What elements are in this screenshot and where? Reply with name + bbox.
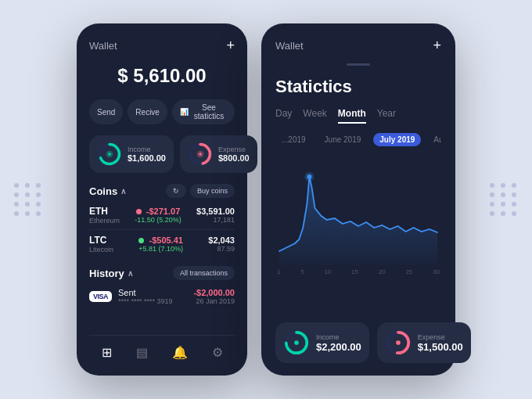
chart-label-5: 5 [300, 268, 304, 275]
history-item-info: Sent **** **** **** 3919 [118, 288, 187, 305]
income-card: Income $1,600.00 [89, 135, 174, 173]
history-item-sub: **** **** **** 3919 [118, 297, 187, 305]
date-pill-august[interactable]: August 2... [427, 133, 441, 146]
ltc-dot-icon [138, 238, 144, 243]
stats-income-ring-icon [283, 329, 310, 356]
svg-point-3 [108, 153, 111, 156]
decorative-dots-right [490, 183, 518, 216]
statistics-chart [275, 157, 441, 267]
ltc-row: LTC Litecoin -$505.41 +5.81 (7.10%) $2,0… [89, 230, 235, 258]
nav-wallet-icon[interactable]: ⊞ [99, 342, 115, 363]
statistics-tabs: Day Week Month Year [275, 108, 441, 124]
action-buttons-row: Send Recive 📊 See statictics [89, 99, 235, 124]
nav-chart-icon[interactable]: ▤ [133, 342, 151, 363]
chart-label-20: 20 [379, 268, 386, 275]
tab-week[interactable]: Week [303, 108, 326, 124]
statistics-button[interactable]: 📊 See statictics [172, 99, 235, 124]
history-item-value: -$2,000.00 [193, 288, 235, 297]
eth-change: -$271.07 -11.50 (5.20%) [135, 207, 182, 224]
history-chevron-icon: ∧ [128, 269, 133, 278]
ltc-name: Litecoin [89, 246, 113, 253]
chart-label-15: 15 [351, 268, 358, 275]
income-info: Income $1,600.00 [128, 146, 166, 163]
stats-expense-ring-icon [385, 329, 412, 356]
nav-settings-icon[interactable]: ⚙ [209, 342, 226, 363]
stats-add-button[interactable]: + [433, 38, 441, 54]
stats-income-label: Income [316, 333, 361, 341]
ltc-value: $2,043 [208, 235, 235, 245]
chart-area: 1 5 10 15 20 25 30 [275, 157, 441, 311]
coins-actions: ↻ Buy coins [166, 184, 235, 198]
expense-info: Expense $800.00 [218, 146, 250, 163]
history-item: VISA Sent **** **** **** 3919 -$2,000.00… [89, 283, 235, 310]
statistics-page-title: Statictics [275, 77, 441, 97]
stats-expense-card: Expense $1,500.00 [377, 322, 471, 363]
receive-button[interactable]: Recive [128, 99, 167, 124]
nav-bell-icon[interactable]: 🔔 [169, 342, 191, 363]
svg-point-7 [199, 153, 202, 156]
receive-label: Recive [135, 108, 160, 117]
stats-expense-info: Expense $1,500.00 [418, 333, 463, 353]
tab-day[interactable]: Day [275, 108, 292, 124]
coins-chevron-icon: ∧ [120, 187, 126, 196]
eth-change-main: -$271.07 [136, 207, 181, 216]
decorative-dots-left [14, 183, 42, 216]
eth-symbol: ETH [89, 206, 120, 217]
chart-label-30: 30 [433, 268, 440, 275]
expense-value: $800.00 [218, 153, 250, 163]
expense-card: Expense $800.00 [180, 135, 257, 173]
stats-expense-value: $1,500.00 [418, 341, 463, 353]
date-pill-prev2019[interactable]: ...2019 [275, 133, 312, 146]
date-pills-row: ...2019 June 2019 July 2019 August 2... [275, 133, 441, 146]
eth-dot-icon [136, 209, 142, 214]
eth-left: ETH Ethereum [89, 206, 120, 225]
date-pill-june[interactable]: June 2019 [318, 133, 368, 146]
history-item-amount: -$2,000.00 26 Jan 2019 [193, 288, 235, 305]
date-pill-july[interactable]: July 2019 [373, 133, 421, 146]
ltc-change: -$505.41 +5.81 (7.10%) [138, 235, 183, 253]
wallet-add-button[interactable]: + [226, 38, 235, 54]
stats-header: Wallet + [275, 38, 441, 54]
stats-expense-label: Expense [418, 333, 463, 341]
expense-label: Expense [218, 146, 250, 153]
tab-month[interactable]: Month [338, 108, 366, 124]
wallet-title: Wallet [89, 40, 117, 52]
history-item-date: 26 Jan 2019 [196, 297, 235, 305]
chart-label-25: 25 [405, 268, 412, 275]
svg-point-13 [396, 340, 401, 345]
income-ring-icon [97, 142, 122, 167]
chart-label-1: 1 [277, 268, 280, 275]
stats-title: Wallet [275, 40, 304, 52]
all-transactions-button[interactable]: All transactions [173, 266, 235, 280]
svg-point-10 [294, 340, 299, 345]
history-section-header: History ∧ All transactions [89, 266, 235, 280]
eth-row: ETH Ethereum -$271.07 -11.50 (5.20%) $3,… [89, 201, 235, 230]
ltc-amount: 87.59 [217, 245, 235, 253]
eth-change-sub: -11.50 (5.20%) [135, 216, 182, 224]
income-value: $1,600.00 [128, 153, 166, 163]
wallet-panel: Wallet + $ 5,610.00 Send Recive 📊 See st… [77, 23, 247, 376]
ltc-right: $2,043 87.59 [208, 235, 235, 253]
income-expense-row: Income $1,600.00 Expense $800.00 [89, 135, 235, 173]
eth-name: Ethereum [89, 217, 120, 225]
history-item-label: Sent [118, 288, 187, 297]
send-button[interactable]: Send [89, 99, 123, 124]
income-label: Income [128, 146, 166, 153]
eth-value: $3,591.00 [196, 207, 235, 216]
tab-year[interactable]: Year [377, 108, 396, 124]
stats-income-card: Income $2,200.00 [275, 322, 369, 363]
ltc-change-main: -$505.41 [138, 235, 183, 245]
buy-coins-button[interactable]: Buy coins [190, 184, 235, 198]
send-label: Send [97, 108, 115, 117]
visa-icon: VISA [89, 291, 112, 302]
statistics-label: See statictics [191, 103, 227, 120]
ltc-left: LTC Litecoin [89, 235, 113, 253]
refresh-button[interactable]: ↻ [166, 184, 186, 198]
bottom-stats-row: Income $2,200.00 Expense $1,500.00 [275, 322, 441, 363]
app-container: Wallet + $ 5,610.00 Send Recive 📊 See st… [69, 16, 463, 383]
ltc-symbol: LTC [89, 235, 113, 246]
coins-section-header: Coins ∧ ↻ Buy coins [89, 184, 235, 198]
bottom-nav: ⊞ ▤ 🔔 ⚙ [89, 335, 235, 363]
chart-area-fill [279, 177, 437, 265]
wallet-balance: $ 5,610.00 [89, 65, 235, 87]
